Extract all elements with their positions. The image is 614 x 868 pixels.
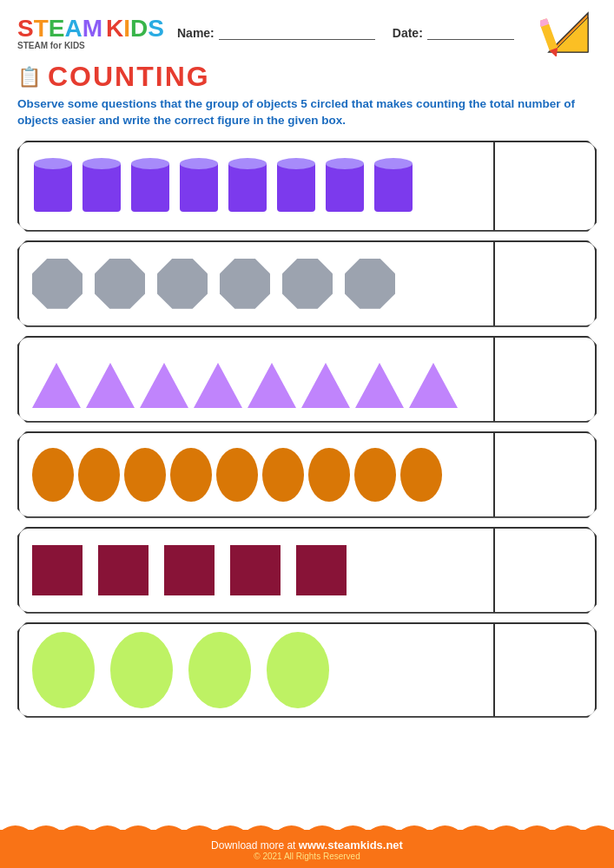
svg-marker-1 (553, 17, 588, 52)
name-date-area: Name: Date: (177, 26, 540, 40)
list-item (354, 448, 396, 502)
instruction-text: Observe some questions that the group of… (17, 96, 597, 129)
list-item (78, 448, 120, 502)
rows-container (0, 134, 614, 725)
objects-area-6 (19, 624, 495, 716)
list-item (81, 158, 122, 214)
list-item (324, 158, 366, 214)
objects-area-4 (19, 433, 495, 516)
list-item (308, 448, 350, 502)
answer-area-1 (495, 142, 595, 230)
list-item (267, 632, 329, 708)
counting-title-text: COUNTING (48, 61, 210, 93)
worksheet-icon: 📋 (17, 66, 41, 89)
logo-s: S (17, 15, 34, 43)
logo: S T E A M K I D S STEAM for KIDS (17, 15, 164, 50)
list-item (275, 158, 317, 214)
answer-area-6 (495, 624, 595, 716)
list-item (170, 448, 212, 502)
list-item (86, 363, 135, 408)
list-item (355, 363, 404, 408)
list-item (227, 158, 268, 214)
title-section: 📋 COUNTING Observe some questions that t… (0, 61, 614, 134)
name-label: Name: (177, 26, 215, 40)
list-item (262, 448, 304, 502)
list-item (345, 259, 395, 309)
list-item (140, 363, 188, 408)
table-row (17, 240, 597, 327)
objects-area-2 (19, 242, 495, 326)
list-item (98, 545, 149, 595)
footer-copyright: © 2021 All Rights Reserved (17, 852, 597, 861)
page-header: S T E A M K I D S STEAM for KIDS Name: D… (0, 0, 614, 61)
list-item (124, 448, 166, 502)
list-item (157, 259, 208, 309)
logo-t: T (34, 15, 49, 43)
logo-k: K (106, 15, 123, 43)
logo-a: A (64, 15, 82, 43)
date-input-line (427, 26, 514, 40)
logo-m: M (83, 15, 102, 43)
answer-area-4 (495, 433, 595, 516)
list-item (400, 448, 442, 502)
list-item (301, 363, 350, 408)
logo-d: D (130, 15, 148, 43)
date-label: Date: (393, 26, 423, 40)
list-item (216, 448, 258, 502)
counting-title: 📋 COUNTING (17, 61, 597, 93)
objects-area-1 (19, 142, 495, 230)
name-field: Name: (177, 26, 375, 40)
logo-subtitle: STEAM for KIDS (17, 41, 85, 50)
table-row (17, 622, 597, 718)
list-item (32, 448, 74, 502)
list-item (32, 363, 81, 408)
list-item (95, 259, 145, 309)
footer: Download more at www.steamkids.net © 202… (0, 830, 614, 868)
list-item (220, 259, 270, 309)
list-item (32, 632, 95, 708)
list-item (32, 259, 83, 309)
logo-s2: S (148, 15, 164, 43)
table-row (17, 336, 597, 423)
list-item (32, 545, 83, 595)
footer-wave-icon (0, 819, 614, 832)
list-item (164, 545, 215, 595)
list-item (282, 259, 333, 309)
list-item (110, 632, 173, 708)
pencil-ruler-icon (540, 9, 597, 56)
list-item (248, 363, 296, 408)
logo-e: E (49, 15, 65, 43)
answer-area-3 (495, 338, 595, 421)
answer-area-2 (495, 242, 595, 326)
objects-area-3 (19, 338, 495, 421)
table-row (17, 431, 597, 518)
list-item (32, 158, 74, 214)
list-item (188, 632, 251, 708)
list-item (409, 363, 458, 408)
answer-area-5 (495, 529, 595, 612)
date-field: Date: (393, 26, 514, 40)
table-row (17, 141, 597, 232)
list-item (373, 158, 414, 214)
list-item (230, 545, 281, 595)
name-input-line (219, 26, 375, 40)
objects-area-5 (19, 529, 495, 612)
footer-url: www.steamkids.net (299, 838, 403, 852)
list-item (194, 363, 242, 408)
footer-download-text: Download more at www.steamkids.net (17, 838, 597, 852)
table-row (17, 527, 597, 614)
list-item (296, 545, 347, 595)
list-item (178, 158, 220, 214)
list-item (129, 158, 171, 214)
logo-i: I (123, 15, 130, 43)
